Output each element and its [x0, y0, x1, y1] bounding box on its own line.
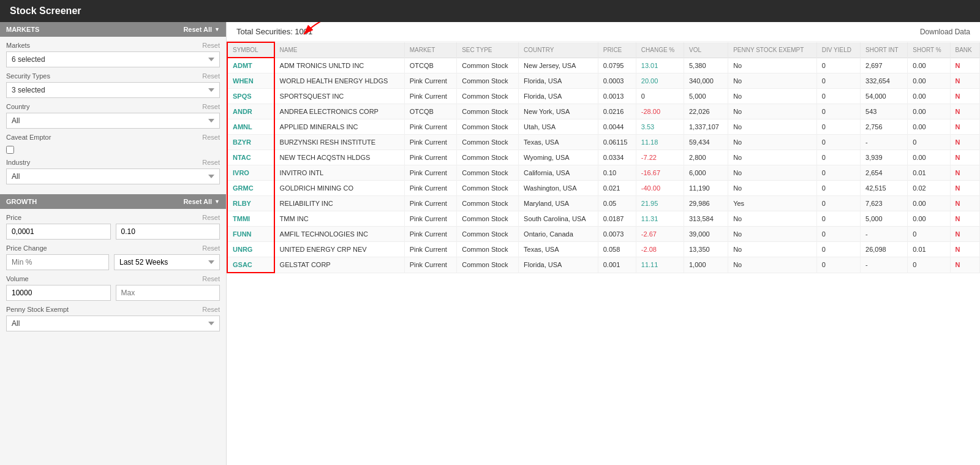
- symbol-link[interactable]: AMNL: [233, 123, 252, 130]
- caveat-emptor-reset[interactable]: Reset: [202, 134, 220, 141]
- cell-div-yield: 0: [816, 196, 860, 211]
- cell-penny-exempt: No: [728, 181, 817, 196]
- symbol-link[interactable]: BZYR: [233, 138, 251, 146]
- volume-filter-row: Volume Reset: [6, 275, 220, 282]
- cell-sec-type: Common Stock: [457, 74, 519, 89]
- cell-short-int: 42,515: [861, 181, 908, 196]
- price-reset[interactable]: Reset: [202, 214, 220, 221]
- country-filter-row: Country Reset: [6, 103, 220, 110]
- symbol-link[interactable]: UNRG: [233, 246, 252, 253]
- symbol-link[interactable]: SPQS: [233, 93, 252, 100]
- cell-name: SPORTSQUEST INC: [274, 89, 405, 104]
- price-max-input[interactable]: [116, 224, 221, 240]
- cell-vol: 1,337,107: [684, 119, 728, 135]
- cell-sec-type: Common Stock: [457, 150, 519, 165]
- cell-penny-exempt: No: [728, 227, 817, 242]
- symbol-link[interactable]: GRMC: [233, 184, 254, 192]
- cell-change-pct: -16.67: [636, 165, 684, 181]
- cell-short-int: 332,654: [861, 74, 908, 89]
- table-row: ANDR ANDREA ELECTRONICS CORP OTCQB Commo…: [227, 104, 980, 119]
- penny-stock-filter-row: Penny Stock Exempt Reset: [6, 306, 220, 313]
- volume-max-input[interactable]: [116, 285, 221, 301]
- industry-reset[interactable]: Reset: [202, 159, 220, 166]
- cell-name: BURZYNSKI RESH INSTITUTE: [274, 135, 405, 150]
- symbol-link[interactable]: TMMI: [233, 215, 250, 222]
- volume-reset[interactable]: Reset: [202, 275, 220, 282]
- cell-symbol: BZYR: [227, 135, 274, 150]
- symbol-link[interactable]: RLBY: [233, 200, 251, 207]
- growth-filter-group: Price Reset Price Change Reset Last 52 W…: [0, 214, 226, 341]
- cell-change-pct: 0: [636, 89, 684, 104]
- penny-stock-select[interactable]: All: [6, 316, 220, 331]
- price-change-period-select[interactable]: Last 52 Weeks: [114, 254, 220, 270]
- price-min-input[interactable]: [6, 224, 111, 240]
- cell-name: APPLIED MINERALS INC: [274, 119, 405, 135]
- col-vol: VOL: [684, 42, 728, 58]
- price-filter-row: Price Reset: [6, 214, 220, 221]
- col-penny-exempt: PENNY STOCK EXEMPT: [728, 42, 817, 58]
- cell-short-int: 26,098: [861, 242, 908, 257]
- markets-reset-link[interactable]: Reset: [202, 42, 220, 49]
- growth-reset-all-button[interactable]: Reset All: [183, 198, 220, 205]
- cell-vol: 59,434: [684, 135, 728, 150]
- cell-market: OTCQB: [404, 58, 456, 74]
- table-row: SPQS SPORTSQUEST INC Pink Current Common…: [227, 89, 980, 104]
- content-header: Total Securities: 1001 Download Data: [227, 22, 980, 42]
- cell-div-yield: 0: [816, 150, 860, 165]
- download-data-button[interactable]: Download Data: [920, 28, 970, 36]
- cell-short-int: 5,000: [861, 211, 908, 227]
- cell-country: Ontario, Canada: [519, 227, 598, 242]
- cell-div-yield: 0: [816, 227, 860, 242]
- cell-country: Texas, USA: [519, 242, 598, 257]
- cell-bank: N: [950, 150, 980, 165]
- cell-price: 0.0187: [598, 211, 636, 227]
- growth-section-header: GROWTH Reset All: [0, 194, 226, 209]
- country-reset[interactable]: Reset: [202, 103, 220, 110]
- cell-market: Pink Current: [404, 89, 456, 104]
- cell-bank: N: [950, 119, 980, 135]
- price-change-reset[interactable]: Reset: [202, 244, 220, 252]
- symbol-link[interactable]: GSAC: [233, 261, 252, 268]
- markets-reset-all-button[interactable]: Reset All: [183, 26, 220, 33]
- table-wrapper[interactable]: SYMBOL NAME MARKET SEC TYPE COUNTRY PRIC…: [227, 42, 980, 465]
- penny-stock-reset[interactable]: Reset: [202, 306, 220, 313]
- cell-price: 0.0216: [598, 104, 636, 119]
- cell-div-yield: 0: [816, 74, 860, 89]
- cell-vol: 39,000: [684, 227, 728, 242]
- app-title: Stock Screener: [10, 6, 81, 17]
- cell-price: 0.021: [598, 181, 636, 196]
- cell-symbol: ANDR: [227, 104, 274, 119]
- caveat-emptor-checkbox[interactable]: [6, 146, 14, 154]
- symbol-link[interactable]: WHEN: [233, 77, 254, 85]
- industry-select[interactable]: All: [6, 168, 220, 184]
- cell-sec-type: Common Stock: [457, 89, 519, 104]
- cell-price: 0.0013: [598, 89, 636, 104]
- markets-filter-label: Markets: [6, 42, 30, 49]
- symbol-link[interactable]: ANDR: [233, 108, 252, 115]
- price-change-min-input[interactable]: [6, 254, 109, 270]
- col-bank: BANK: [950, 42, 980, 58]
- price-label: Price: [6, 214, 21, 221]
- markets-select[interactable]: 6 selected: [6, 51, 220, 67]
- industry-label: Industry: [6, 159, 30, 166]
- symbol-link[interactable]: FUNN: [233, 230, 252, 238]
- symbol-link[interactable]: NTAC: [233, 154, 251, 161]
- security-types-select[interactable]: 3 selected: [6, 82, 220, 98]
- table-row: NTAC NEW TECH ACQSTN HLDGS Pink Current …: [227, 150, 980, 165]
- col-short-int: SHORT INT: [861, 42, 908, 58]
- col-div-yield: DIV YIELD: [816, 42, 860, 58]
- cell-market: Pink Current: [404, 150, 456, 165]
- total-securities-label: Total Securities: 1001: [236, 27, 312, 36]
- symbol-link[interactable]: IVRO: [233, 169, 249, 176]
- security-types-reset[interactable]: Reset: [202, 72, 220, 80]
- markets-filter-row: Markets Reset: [6, 42, 220, 49]
- country-select[interactable]: All: [6, 113, 220, 129]
- cell-price: 0.0003: [598, 74, 636, 89]
- symbol-link[interactable]: ADMT: [233, 62, 252, 69]
- cell-penny-exempt: No: [728, 165, 817, 181]
- cell-penny-exempt: Yes: [728, 196, 817, 211]
- cell-name: GELSTAT CORP: [274, 257, 405, 273]
- cell-penny-exempt: No: [728, 58, 817, 74]
- cell-short-pct: 0.02: [908, 181, 950, 196]
- volume-min-input[interactable]: [6, 285, 111, 301]
